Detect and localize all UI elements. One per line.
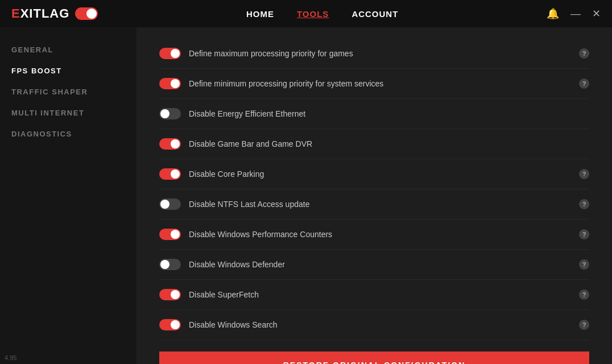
setting-row-energy-ethernet: Disable Energy Efficient Ethernet xyxy=(159,99,589,129)
label-perf-counters: Disable Windows Performance Counters xyxy=(189,230,571,239)
toggle-game-bar[interactable] xyxy=(159,138,181,150)
help-icon-defender[interactable]: ? xyxy=(579,259,589,270)
sidebar-item-traffic-shaper[interactable]: TRAFFIC SHAPER xyxy=(11,86,125,97)
logo-rest: XITLAG xyxy=(20,6,70,20)
setting-row-game-bar: Disable Game Bar and Game DVR xyxy=(159,129,589,159)
label-ntfs-access: Disable NTFS Last Access update xyxy=(189,200,571,209)
toggle-core-parking[interactable] xyxy=(159,168,181,180)
title-bar-left: EXITLAG xyxy=(11,6,98,21)
help-icon-superfetch[interactable]: ? xyxy=(579,289,589,300)
toggle-energy-ethernet[interactable] xyxy=(159,108,181,119)
title-bar: EXITLAG HOME TOOLS ACCOUNT 🔔 — ✕ xyxy=(0,0,612,27)
label-max-priority: Define maximum processing priority for g… xyxy=(189,49,571,58)
setting-row-win-search: Disable Windows Search? xyxy=(159,310,589,340)
sidebar: GENERAL FPS BOOST TRAFFIC SHAPER MULTI I… xyxy=(0,27,137,364)
setting-row-superfetch: Disable SuperFetch? xyxy=(159,280,589,310)
sidebar-item-fps-boost[interactable]: FPS BOOST xyxy=(11,65,125,76)
toggle-perf-counters[interactable] xyxy=(159,229,181,240)
toggle-superfetch[interactable] xyxy=(159,289,181,300)
label-energy-ethernet: Disable Energy Efficient Ethernet xyxy=(189,109,589,118)
nav-tools[interactable]: TOOLS xyxy=(297,9,329,19)
toggle-win-search[interactable] xyxy=(159,319,181,330)
main-layout: GENERAL FPS BOOST TRAFFIC SHAPER MULTI I… xyxy=(0,27,612,364)
setting-row-perf-counters: Disable Windows Performance Counters? xyxy=(159,220,589,250)
logo: EXITLAG xyxy=(11,6,69,21)
logo-e: E xyxy=(11,6,20,20)
content-area: Define maximum processing priority for g… xyxy=(137,27,612,364)
nav-links: HOME TOOLS ACCOUNT xyxy=(246,9,398,19)
label-min-priority: Define minimum processing priority for s… xyxy=(189,79,571,88)
sidebar-item-general[interactable]: GENERAL xyxy=(11,44,125,55)
toggle-ntfs-access[interactable] xyxy=(159,198,181,210)
power-toggle[interactable] xyxy=(75,7,98,20)
toggle-min-priority[interactable] xyxy=(159,78,181,89)
help-icon-ntfs-access[interactable]: ? xyxy=(579,199,589,209)
label-game-bar: Disable Game Bar and Game DVR xyxy=(189,139,589,148)
label-win-search: Disable Windows Search xyxy=(189,320,571,329)
toggle-defender[interactable] xyxy=(159,259,181,270)
sidebar-item-diagnostics[interactable]: DIAGNOSTICS xyxy=(11,129,125,139)
help-icon-min-priority[interactable]: ? xyxy=(579,78,589,89)
help-icon-core-parking[interactable]: ? xyxy=(579,169,589,179)
toggle-max-priority[interactable] xyxy=(159,48,181,59)
settings-list: Define maximum processing priority for g… xyxy=(159,39,589,340)
setting-row-defender: Disable Windows Defender? xyxy=(159,250,589,280)
help-icon-max-priority[interactable]: ? xyxy=(579,48,589,59)
label-superfetch: Disable SuperFetch xyxy=(189,290,571,299)
setting-row-min-priority: Define minimum processing priority for s… xyxy=(159,69,589,99)
help-icon-win-search[interactable]: ? xyxy=(579,320,589,330)
minimize-button[interactable]: — xyxy=(570,9,581,19)
label-core-parking: Disable Core Parking xyxy=(189,169,571,179)
version-text: 4.95 xyxy=(5,354,16,361)
label-defender: Disable Windows Defender xyxy=(189,260,571,269)
restore-button[interactable]: RESTORE ORIGINAL CONFIGURATION xyxy=(159,351,589,364)
title-bar-right: 🔔 — ✕ xyxy=(547,7,601,20)
close-button[interactable]: ✕ xyxy=(592,9,601,19)
setting-row-core-parking: Disable Core Parking? xyxy=(159,159,589,189)
setting-row-ntfs-access: Disable NTFS Last Access update? xyxy=(159,189,589,220)
nav-account[interactable]: ACCOUNT xyxy=(352,9,398,19)
setting-row-max-priority: Define maximum processing priority for g… xyxy=(159,39,589,69)
help-icon-perf-counters[interactable]: ? xyxy=(579,229,589,239)
nav-home[interactable]: HOME xyxy=(246,9,274,19)
sidebar-item-multi-internet[interactable]: MULTI INTERNET xyxy=(11,107,125,118)
notification-icon[interactable]: 🔔 xyxy=(547,7,559,20)
